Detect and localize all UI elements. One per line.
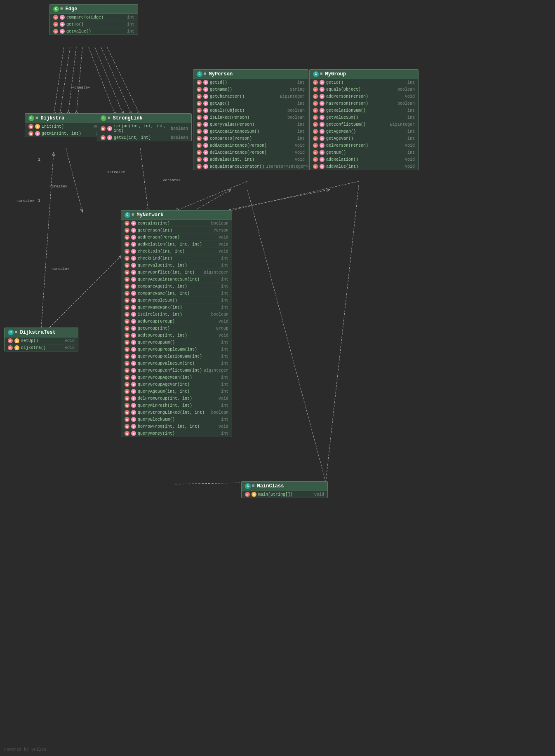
myperson-class: C ■ MyPerson m ◆ getId() int m ◆ getName…	[193, 69, 308, 170]
mp-m5: m ◆ isLinked(Person) boolean	[193, 114, 308, 121]
svg-line-16	[229, 181, 359, 211]
v-icon: ◆	[107, 126, 112, 131]
v-icon: ◆	[60, 15, 65, 20]
mp-m10: m ◆ delAcquaintance(Person) void	[193, 149, 308, 156]
dijkstratest-header: C ■ DijkstraTest	[5, 328, 78, 337]
edge-header: C ■ Edge	[50, 5, 138, 14]
mainclass-title: MainClass	[257, 483, 284, 489]
svg-line-19	[326, 185, 359, 482]
mg-m5: m ◆ getValueSum() int	[310, 114, 418, 121]
dijkstra-icon-c: C	[28, 115, 34, 121]
mp-m9: m ◆ addAcquaintance(Person) void	[193, 142, 308, 149]
mp-m2: m ◆ getCharacter() BigInteger	[193, 93, 308, 100]
mp-m7: m ◆ getAcquaintanceSum() int	[193, 128, 308, 135]
svg-line-5	[89, 47, 115, 115]
mynetwork-header: C ■ MyNetwork	[121, 211, 232, 220]
svg-text:1: 1	[38, 199, 40, 203]
mainclass-icon-dot: ■	[252, 483, 255, 489]
footer-text: Powered by yFiles	[4, 747, 46, 752]
svg-line-4	[76, 47, 82, 115]
dijkstra-header: C ■ Dijkstra	[25, 114, 107, 123]
mg-m3: m ◆ hasPerson(Person) boolean	[310, 100, 418, 107]
svg-line-15	[175, 181, 247, 211]
mygroup-class: C ■ MyGroup m ◆ getId() int m ◆ equals(O…	[309, 69, 419, 170]
mp-m6: m ◆ queryValue(Person) int	[193, 121, 308, 128]
stronglink-method-1: m ◆ getSI(int, int) boolean	[97, 134, 191, 141]
mygroup-title: MyGroup	[325, 71, 346, 77]
svg-line-7	[101, 47, 132, 115]
svg-text:«create»: «create»	[52, 267, 69, 271]
mp-m3: m ◆ getAge() int	[193, 100, 308, 107]
mygroup-icon-dot: ■	[320, 71, 323, 77]
svg-text:«create»: «create»	[163, 178, 181, 183]
mp-m0: m ◆ getId() int	[193, 79, 308, 86]
mygroup-icon-c: C	[313, 71, 319, 77]
svg-line-1	[54, 47, 64, 115]
svg-text:1: 1	[38, 157, 40, 162]
m-icon: m	[53, 15, 58, 20]
mygroup-header: C ■ MyGroup	[310, 70, 418, 79]
svg-text:«create»: «create»	[49, 185, 67, 189]
stronglink-class: C ■ StrongLink m ◆ tarjan(int, int, int,…	[97, 113, 192, 141]
dijkstra-title: Dijkstra	[41, 115, 65, 121]
mc-m0: m ◆ main(String[]) void	[242, 491, 327, 498]
svg-line-2	[60, 47, 70, 115]
dijkstratest-title: DijkstraTest	[20, 330, 56, 335]
edge-icon-c: C	[53, 6, 59, 12]
myperson-icon-c: C	[197, 71, 202, 77]
svg-text:«create»: «create»	[72, 86, 90, 90]
mg-m7: m ◆ getAgeMean() int	[310, 128, 418, 135]
stronglink-method-0: m ◆ tarjan(int, int, int, int) boolean	[97, 123, 191, 134]
mainclass-class: C ■ MainClass m ◆ main(String[]) void	[241, 481, 328, 498]
m-icon: m	[28, 124, 33, 129]
svg-line-6	[95, 47, 124, 115]
dijkstra-method-1: m ◆ getMin(int, int) int	[25, 130, 107, 137]
v-icon: ◆	[35, 131, 40, 136]
myperson-title: MyPerson	[209, 71, 233, 77]
mg-m2: m ◆ addPerson(Person) void	[310, 93, 418, 100]
svg-line-12	[49, 255, 122, 328]
dijkstratest-icon-dot: ■	[15, 330, 18, 335]
svg-text:«create»: «create»	[107, 170, 125, 174]
mynetwork-title: MyNetwork	[137, 212, 164, 218]
m-icon: m	[28, 131, 33, 136]
edge-class: C ■ Edge m ◆ compareTo(Edge) int m ◆ get…	[49, 4, 138, 35]
svg-line-14	[223, 190, 330, 211]
v-icon: ◆	[107, 135, 112, 140]
dijkstra-class: C ■ Dijkstra m ◆ Init(int) void m ◆ getM…	[25, 113, 107, 137]
svg-line-9	[66, 148, 82, 212]
stronglink-header: C ■ StrongLink	[97, 114, 191, 123]
edge-title: Edge	[66, 6, 78, 12]
m-icon: m	[101, 135, 106, 140]
mp-m8: m ◆ compareTo(Person) int	[193, 135, 308, 142]
svg-line-18	[247, 190, 326, 482]
stronglink-title: StrongLink	[113, 115, 143, 121]
svg-line-11	[41, 152, 54, 328]
stronglink-icon-dot: ■	[108, 115, 111, 121]
m-icon: m	[53, 22, 58, 27]
mg-m1: m ◆ equals(Object) boolean	[310, 86, 418, 93]
v-icon: ◆	[35, 124, 40, 129]
mg-m4: m ◆ getRelationSum() int	[310, 107, 418, 114]
stronglink-icon-c: C	[101, 115, 106, 121]
myperson-header: C ■ MyPerson	[193, 70, 308, 79]
mp-m12: m ◆ acquaintanceIterator() Iterator<Inte…	[193, 163, 308, 170]
mg-m9: m ◆ delPerson(Person) void	[310, 142, 418, 149]
mynetwork-class: C ■ MyNetwork m◆contains(int)boolean m◆g…	[121, 210, 232, 437]
svg-line-13	[194, 190, 231, 211]
mp-m11: m ◆ addValue(int, int) void	[193, 156, 308, 163]
mg-m0: m ◆ getId() int	[310, 79, 418, 86]
mg-m11: m ◆ addRelation() void	[310, 156, 418, 163]
myperson-icon-dot: ■	[204, 71, 207, 77]
svg-line-8	[107, 47, 140, 115]
mainclass-icon-c: C	[245, 483, 251, 489]
mainclass-header: C ■ MainClass	[242, 482, 327, 491]
svg-text:«create»: «create»	[16, 199, 34, 203]
svg-line-10	[140, 148, 148, 212]
mg-m8: m ◆ getAgeVar() int	[310, 135, 418, 142]
m-icon: m	[101, 126, 106, 131]
edge-method-1: m ◆ getTo() int	[50, 21, 138, 28]
dijkstra-method-0: m ◆ Init(int) void	[25, 123, 107, 130]
edge-icon-dot: ■	[60, 6, 63, 12]
dt-m0: m ◆ setUp() void	[5, 337, 78, 344]
